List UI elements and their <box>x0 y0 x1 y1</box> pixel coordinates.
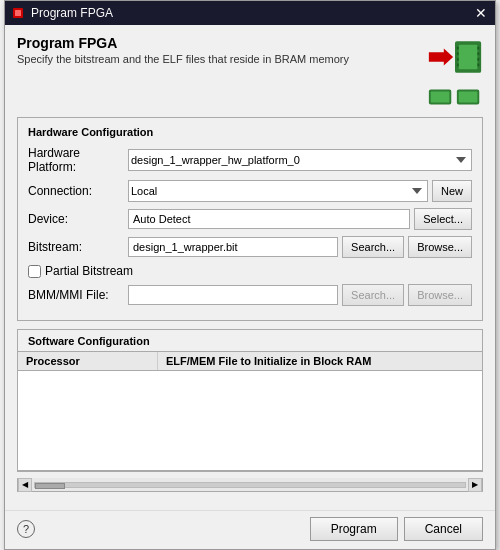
bmm-search-button[interactable]: Search... <box>342 284 404 306</box>
software-section-title: Software Configuration <box>18 330 482 351</box>
fpga-graphic <box>427 37 483 117</box>
device-label: Device: <box>28 212 128 226</box>
bmm-label: BMM/MMI File: <box>28 288 128 302</box>
bitstream-row: Bitstream: Search... Browse... <box>28 236 472 258</box>
svg-rect-17 <box>459 91 478 102</box>
software-config-section: Software Configuration Processor ELF/MEM… <box>17 329 483 472</box>
col-elf-header: ELF/MEM File to Initialize in Block RAM <box>158 352 482 370</box>
footer-buttons: Program Cancel <box>310 517 483 541</box>
bitstream-search-button[interactable]: Search... <box>342 236 404 258</box>
svg-rect-11 <box>477 58 479 61</box>
bitstream-input[interactable] <box>128 237 338 257</box>
table-header: Processor ELF/MEM File to Initialize in … <box>18 351 482 371</box>
content-area: Program FPGA Specify the bitstream and t… <box>5 25 495 510</box>
select-button[interactable]: Select... <box>414 208 472 230</box>
svg-rect-6 <box>457 52 459 55</box>
fpga-svg-icon <box>427 37 483 77</box>
svg-rect-8 <box>457 64 459 67</box>
bitstream-label: Bitstream: <box>28 240 128 254</box>
header-text: Program FPGA Specify the bitstream and t… <box>17 35 427 75</box>
cancel-button[interactable]: Cancel <box>404 517 483 541</box>
col-processor-header: Processor <box>18 352 158 370</box>
partial-bitstream-label: Partial Bitstream <box>45 264 133 278</box>
scroll-thumb[interactable] <box>35 483 65 489</box>
bmm-browse-button[interactable]: Browse... <box>408 284 472 306</box>
partial-bitstream-row: Partial Bitstream <box>28 264 472 278</box>
svg-rect-9 <box>477 47 479 50</box>
svg-rect-12 <box>477 64 479 67</box>
platform-label: Hardware Platform: <box>28 146 128 174</box>
page-title: Program FPGA <box>17 35 427 51</box>
page-subtitle: Specify the bitstream and the ELF files … <box>17 53 427 65</box>
scroll-track[interactable] <box>34 482 466 488</box>
title-bar-title: Program FPGA <box>31 6 113 20</box>
help-button[interactable]: ? <box>17 520 35 538</box>
horizontal-scrollbar[interactable]: ◀ ▶ <box>17 478 483 492</box>
connection-row: Connection: Local New <box>28 180 472 202</box>
title-bar: Program FPGA ✕ <box>5 1 495 25</box>
title-bar-left: Program FPGA <box>11 6 113 20</box>
partial-bitstream-checkbox[interactable] <box>28 265 41 278</box>
fpga-svg-icon-2 <box>427 77 483 117</box>
svg-rect-1 <box>15 10 21 16</box>
svg-rect-15 <box>431 91 450 102</box>
bmm-input[interactable] <box>128 285 338 305</box>
footer: ? Program Cancel <box>5 510 495 549</box>
program-button[interactable]: Program <box>310 517 398 541</box>
svg-rect-10 <box>477 52 479 55</box>
bitstream-browse-button[interactable]: Browse... <box>408 236 472 258</box>
device-input[interactable] <box>128 209 410 229</box>
close-button[interactable]: ✕ <box>473 5 489 21</box>
svg-rect-7 <box>457 58 459 61</box>
device-row: Device: Select... <box>28 208 472 230</box>
title-bar-icon <box>11 6 25 20</box>
main-window: Program FPGA ✕ Program FPGA Specify the … <box>4 0 496 550</box>
header-area: Program FPGA Specify the bitstream and t… <box>17 35 483 117</box>
scroll-left-button[interactable]: ◀ <box>18 478 32 492</box>
new-button[interactable]: New <box>432 180 472 202</box>
hardware-section-title: Hardware Configuration <box>28 126 472 138</box>
connection-select[interactable]: Local <box>128 180 428 202</box>
scroll-right-button[interactable]: ▶ <box>468 478 482 492</box>
svg-rect-4 <box>459 45 478 69</box>
connection-label: Connection: <box>28 184 128 198</box>
svg-rect-5 <box>457 47 459 50</box>
table-body[interactable] <box>18 371 482 471</box>
bmm-row: BMM/MMI File: Search... Browse... <box>28 284 472 306</box>
svg-marker-2 <box>429 49 453 66</box>
platform-row: Hardware Platform: design_1_wrapper_hw_p… <box>28 146 472 174</box>
platform-select[interactable]: design_1_wrapper_hw_platform_0 <box>128 149 472 171</box>
hardware-config-section: Hardware Configuration Hardware Platform… <box>17 117 483 321</box>
